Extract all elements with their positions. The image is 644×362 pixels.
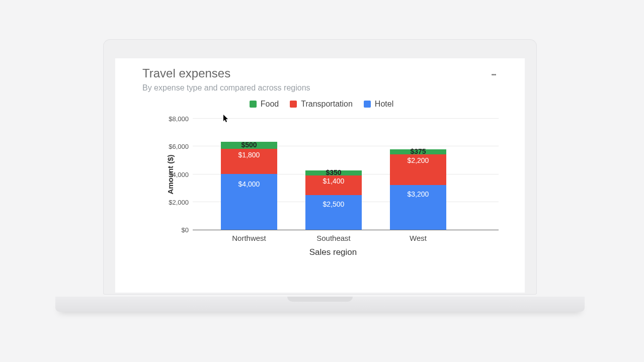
bar-northwest: $500 $1,800 $4,000 Northwest <box>221 142 277 230</box>
legend-item-transportation: Transportation <box>290 100 353 109</box>
legend-item-food: Food <box>250 100 279 109</box>
swatch-hotel <box>364 101 371 108</box>
swatch-transportation <box>290 101 297 108</box>
label-nw-hotel: $4,000 <box>221 180 277 188</box>
x-axis-label: Sales region <box>168 247 499 257</box>
label-se-hotel: $2,500 <box>305 200 362 208</box>
legend-item-hotel: Hotel <box>364 100 393 109</box>
bar-west: $375 $2,200 $3,200 West <box>390 149 446 230</box>
ytick-2: $4,000 <box>169 170 189 178</box>
legend-label-food: Food <box>261 100 279 109</box>
screen: Travel expenses By expense type and comp… <box>115 58 525 293</box>
cat-label-west: West <box>390 234 446 242</box>
label-nw-food: $500 <box>221 141 277 149</box>
laptop-base <box>55 297 585 312</box>
seg-nw-hotel: $4,000 <box>221 174 277 230</box>
swatch-food <box>250 101 257 108</box>
label-se-trans: $1,400 <box>305 177 362 185</box>
laptop-frame: Travel expenses By expense type and comp… <box>103 39 537 295</box>
ytick-3: $6,000 <box>169 143 189 150</box>
seg-se-trans: $1,400 <box>305 175 362 195</box>
bar-southeast: $350 $1,400 $2,500 Southeast <box>305 170 362 230</box>
more-options-button[interactable] <box>487 67 501 81</box>
chart-card: Travel expenses By expense type and comp… <box>142 65 501 293</box>
seg-se-food: $350 <box>305 170 362 175</box>
chart-title: Travel expenses <box>142 65 501 80</box>
cat-label-southeast: Southeast <box>305 234 362 242</box>
chart-subtitle: By expense type and compared across regi… <box>142 83 501 93</box>
label-w-trans: $2,200 <box>390 156 446 164</box>
label-nw-trans: $1,800 <box>221 151 277 159</box>
ytick-1: $2,000 <box>169 198 189 206</box>
seg-se-hotel: $2,500 <box>305 195 362 230</box>
seg-nw-food: $500 <box>221 142 277 149</box>
legend: Food Transportation Hotel <box>142 100 501 109</box>
cat-label-northwest: Northwest <box>221 234 277 242</box>
legend-label-hotel: Hotel <box>375 100 393 109</box>
seg-w-hotel: $3,200 <box>390 185 446 230</box>
seg-nw-trans: $1,800 <box>221 149 277 174</box>
seg-w-food: $375 <box>390 149 446 154</box>
seg-w-trans: $2,200 <box>390 154 446 185</box>
plot-area: Amount ($) $0 $2,000 $4,000 $6,000 $8,00… <box>168 119 501 230</box>
ytick-4: $8,000 <box>169 115 189 123</box>
label-w-hotel: $3,200 <box>390 190 446 198</box>
plot-inner: $0 $2,000 $4,000 $6,000 $8,000 $500 $1,8… <box>193 119 499 230</box>
ytick-0: $0 <box>182 226 189 234</box>
legend-label-transportation: Transportation <box>301 100 353 109</box>
